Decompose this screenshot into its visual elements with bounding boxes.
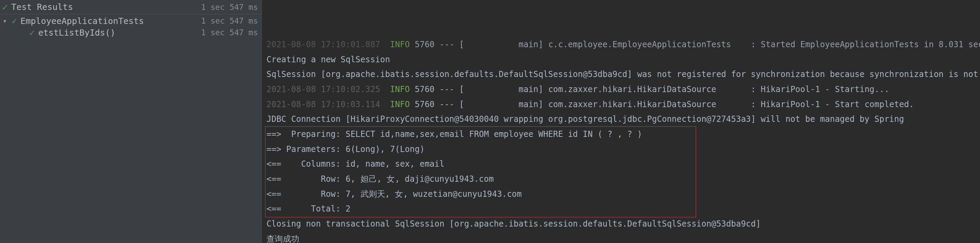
test-case-name: etstListByIds() <box>38 28 116 38</box>
console-line: JDBC Connection [HikariProxyConnection@5… <box>266 112 973 127</box>
app-root: ✓ Test Results 1 sec 547 ms ▾ ✓ Employee… <box>0 0 980 243</box>
test-results-panel: ✓ Test Results 1 sec 547 ms ▾ ✓ Employee… <box>0 0 262 243</box>
test-row-case[interactable]: ✓ etstListByIds() 1 sec 547 ms <box>0 27 261 38</box>
test-suite-timing: 1 sec 547 ms <box>201 16 258 25</box>
test-case-timing: 1 sec 547 ms <box>201 28 258 37</box>
test-row-suite[interactable]: ▾ ✓ EmployeeApplicationTests 1 sec 547 m… <box>0 15 261 27</box>
test-results-title: Test Results <box>11 2 73 12</box>
console-line: Creating a new SqlSession <box>266 52 973 67</box>
console-line: 查询成功 <box>266 232 973 243</box>
check-icon: ✓ <box>12 16 17 26</box>
test-results-timing: 1 sec 547 ms <box>201 3 258 12</box>
console-line: 2021-08-08 17:10:02.325 INFO 5760 --- [ … <box>266 82 973 97</box>
highlight-box <box>265 126 696 217</box>
test-suite-name: EmployeeApplicationTests <box>21 16 144 26</box>
chevron-down-icon[interactable]: ▾ <box>3 17 12 25</box>
console-output[interactable]: 2021-08-08 17:10:01.887 INFO 5760 --- [ … <box>262 0 980 243</box>
check-icon: ✓ <box>2 2 8 13</box>
console-line: 2021-08-08 17:10:03.114 INFO 5760 --- [ … <box>266 97 973 112</box>
check-icon: ✓ <box>29 27 35 38</box>
test-results-header[interactable]: ✓ Test Results 1 sec 547 ms <box>0 0 261 14</box>
test-list: ▾ ✓ EmployeeApplicationTests 1 sec 547 m… <box>0 14 261 38</box>
console-line: SqlSession [org.apache.ibatis.session.de… <box>266 67 973 82</box>
console-line: 2021-08-08 17:10:01.887 INFO 5760 --- [ … <box>266 37 973 52</box>
console-line: Closing non transactional SqlSession [or… <box>266 217 973 232</box>
